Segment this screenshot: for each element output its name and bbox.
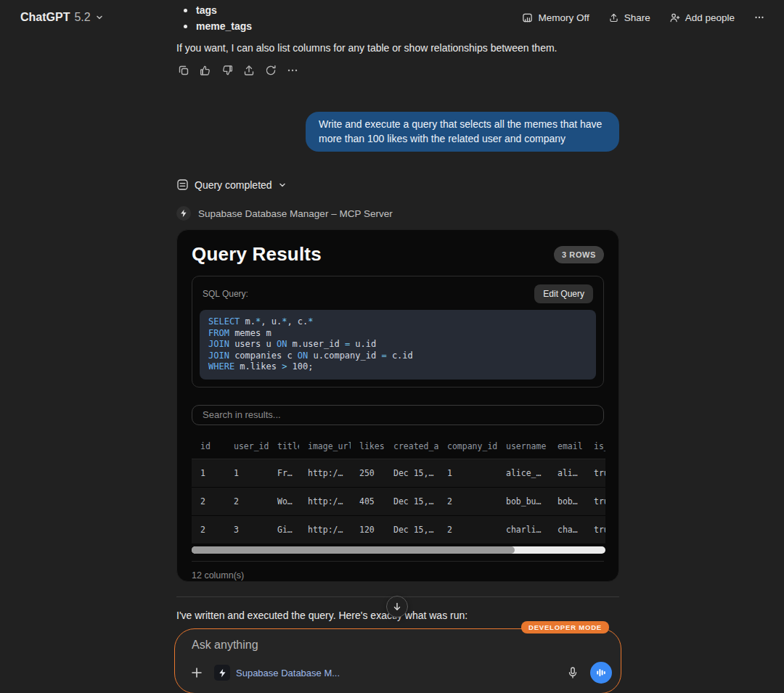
sql-code: SELECT m.*, u.*, c.*FROM memes mJOIN use… <box>200 310 596 380</box>
message-actions <box>174 61 619 80</box>
table-horizontal-scrollbar[interactable] <box>192 546 605 554</box>
top-bar: ChatGPT 5.2 Memory Off Share <box>0 0 784 35</box>
table-cell: Dec 15,… <box>385 468 438 478</box>
row-count-badge: 3 ROWS <box>554 246 604 263</box>
regenerate-button[interactable] <box>261 61 280 80</box>
table-cell: bob_bu… <box>497 496 549 507</box>
table-row: 11Fr…http:/…250Dec 15,…1alice_…ali…true <box>192 459 605 488</box>
column-header: image_url <box>299 441 351 451</box>
composer: Supabase Database M... <box>174 628 621 693</box>
table-cell: http:/… <box>299 525 351 535</box>
scrollbar-thumb[interactable] <box>192 546 515 554</box>
add-people-label: Add people <box>685 12 735 23</box>
edit-query-button[interactable]: Edit Query <box>534 284 593 303</box>
copy-icon <box>177 64 190 77</box>
column-header: username <box>497 441 549 451</box>
thumbs-up-icon <box>199 64 212 77</box>
ellipsis-icon <box>286 64 299 77</box>
memory-icon <box>522 12 533 23</box>
user-message-row: Write and execute a query that selects a… <box>176 112 619 152</box>
model-selector[interactable]: ChatGPT 5.2 <box>20 11 104 24</box>
mcp-tool-chip[interactable]: Supabase Database M... <box>214 665 340 681</box>
message-input[interactable] <box>192 639 497 652</box>
table-cell: Dec 15,… <box>385 496 438 507</box>
sql-line: JOIN users u ON m.user_id = u.id <box>208 339 587 350</box>
table-cell: 405 <box>351 496 385 507</box>
more-options-button[interactable] <box>746 7 772 28</box>
table-row: 22Wo…http:/…405Dec 15,…2bob_bu…bob…true <box>192 488 605 516</box>
table-cell: Gi… <box>269 525 299 535</box>
supabase-bolt-icon <box>176 206 191 221</box>
table-cell: ali… <box>549 468 585 478</box>
sql-line: JOIN companies c ON u.company_id = c.id <box>208 350 587 362</box>
chevron-down-icon <box>278 181 287 189</box>
column-header: is_act <box>585 441 605 451</box>
table-cell: Fr… <box>269 468 299 478</box>
mcp-server-row: Supabase Database Manager – MCP Server <box>176 206 619 221</box>
table-cell: true <box>585 496 605 507</box>
results-table: iduser_idtitleimage_urllikescreated_atco… <box>192 437 605 544</box>
table-cell: bob… <box>549 496 585 507</box>
chatgpt-window: ChatGPT 5.2 Memory Off Share <box>0 0 784 693</box>
table-header-row: iduser_idtitleimage_urllikescreated_atco… <box>192 437 605 459</box>
share-icon <box>608 12 619 23</box>
conversation-column: tagsmeme_tags If you want, I can also li… <box>176 0 619 693</box>
memory-label: Memory Off <box>538 12 589 23</box>
share-button[interactable]: Share <box>601 7 658 28</box>
table-cell: Wo… <box>269 496 299 507</box>
assistant-paragraph: If you want, I can also list columns for… <box>176 41 619 56</box>
table-row: 23Gi…http:/…120Dec 15,…2charli…cha…true <box>192 516 605 544</box>
sql-query-panel: SQL Query: Edit Query SELECT m.*, u.*, c… <box>192 276 604 387</box>
column-header: likes <box>351 441 385 451</box>
table-cell: true <box>585 525 605 535</box>
thumbs-down-button[interactable] <box>218 61 237 80</box>
query-results-card: Query Results 3 ROWS SQL Query: Edit Que… <box>176 229 619 582</box>
user-message-bubble: Write and execute a query that selects a… <box>306 112 619 152</box>
table-cell: 2 <box>438 525 497 535</box>
card-title: Query Results <box>192 243 322 266</box>
mcp-server-label: Supabase Database Manager – MCP Server <box>198 208 393 219</box>
more-actions-button[interactable] <box>283 61 302 80</box>
voice-mode-button[interactable] <box>590 662 612 684</box>
column-header: created_at <box>385 441 438 451</box>
plus-icon <box>190 666 203 679</box>
scroll-to-bottom-button[interactable] <box>386 596 408 618</box>
query-icon <box>176 179 189 191</box>
table-cell: true <box>585 468 605 478</box>
header-actions: Memory Off Share Add people <box>515 7 772 28</box>
share-message-button[interactable] <box>240 61 258 80</box>
table-cell: 2 <box>192 496 225 507</box>
add-people-button[interactable]: Add people <box>662 7 742 28</box>
column-header: email <box>549 441 585 451</box>
sql-panel-header: SQL Query: Edit Query <box>200 284 596 310</box>
table-cell: 250 <box>351 468 385 478</box>
column-header: id <box>192 441 225 451</box>
microphone-icon <box>566 666 579 679</box>
copy-button[interactable] <box>174 61 193 80</box>
mcp-tool-chip-label: Supabase Database M... <box>236 668 340 678</box>
table-cell: 2 <box>438 496 497 507</box>
table-cell: charli… <box>497 525 549 535</box>
share-label: Share <box>624 12 650 23</box>
column-header: title <box>269 441 299 451</box>
table-cell: 1 <box>225 468 269 478</box>
sql-line: WHERE m.likes > 100; <box>208 361 587 373</box>
table-cell: 3 <box>225 525 269 535</box>
supabase-bolt-icon <box>214 665 230 681</box>
memory-toggle[interactable]: Memory Off <box>515 7 596 28</box>
composer-toolbar: Supabase Database M... <box>187 662 612 684</box>
sql-line: FROM memes m <box>208 328 587 340</box>
ellipsis-icon <box>754 12 765 23</box>
table-cell: http:/… <box>299 468 351 478</box>
dictate-button[interactable] <box>563 663 583 683</box>
table-cell: cha… <box>549 525 585 535</box>
chevron-down-icon <box>95 13 104 22</box>
thumbs-up-button[interactable] <box>196 61 215 80</box>
tool-status-toggle[interactable]: Query completed <box>176 179 619 191</box>
attach-button[interactable] <box>187 663 207 683</box>
results-search-input[interactable] <box>192 405 604 425</box>
app-name: ChatGPT <box>20 11 70 24</box>
table-cell: Dec 15,… <box>385 525 438 535</box>
waveform-icon <box>596 668 606 678</box>
table-cell: 1 <box>192 468 225 478</box>
